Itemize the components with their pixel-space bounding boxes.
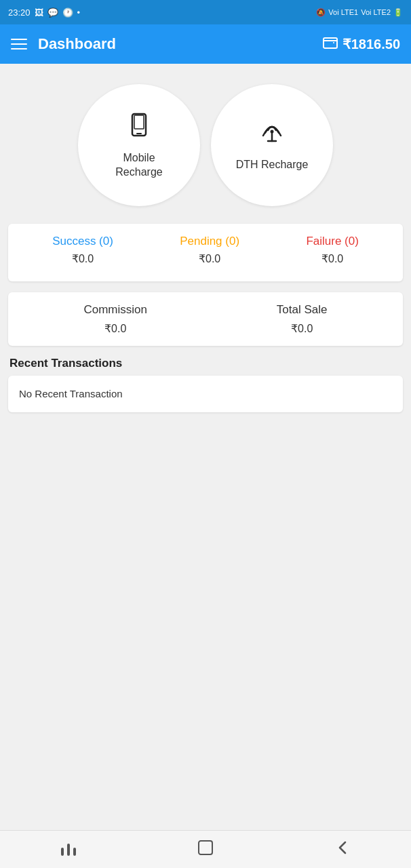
recent-apps-icon [61, 844, 76, 856]
app-bar-title: Dashboard [38, 35, 116, 53]
commission-amount: ₹0.0 [104, 322, 126, 335]
failure-stat: Failure (0) ₹0.0 [306, 235, 358, 265]
app-bar-balance: ₹1816.50 [322, 35, 400, 54]
commission-card: Commission ₹0.0 Total Sale ₹0.0 [8, 292, 403, 346]
pending-label: Pending (0) [180, 235, 239, 248]
commission-label: Commission [83, 303, 147, 317]
app-bar-left: Dashboard [11, 35, 116, 53]
status-bar-left: 23:20 🖼 💬 🕐 • [8, 7, 80, 18]
mobile-recharge-button[interactable]: MobileRecharge [78, 84, 200, 206]
recent-transactions-section: Recent Transactions No Recent Transactio… [8, 357, 403, 412]
svg-rect-7 [199, 841, 212, 854]
status-time: 23:20 [8, 7, 31, 18]
back-icon [333, 838, 352, 861]
failure-amount: ₹0.0 [321, 252, 343, 265]
status-bar-right: 🔕 Voi LTE1 Voi LTE2 🔋 [316, 8, 403, 17]
svg-rect-0 [324, 38, 337, 48]
app-bar: Dashboard ₹1816.50 [0, 24, 411, 64]
dth-recharge-label: DTH Recharge [236, 158, 309, 172]
status-photo-icon: 🖼 [35, 7, 43, 18]
svg-rect-3 [134, 115, 144, 129]
no-transaction-message: No Recent Transaction [19, 388, 123, 399]
success-stat: Success (0) ₹0.0 [52, 235, 113, 265]
failure-label: Failure (0) [306, 235, 358, 248]
back-button[interactable] [326, 836, 359, 863]
pending-stat: Pending (0) ₹0.0 [180, 235, 239, 265]
total-sale-item: Total Sale ₹0.0 [277, 303, 328, 335]
status-signal2-icon: Voi LTE2 [361, 8, 391, 16]
success-amount: ₹0.0 [72, 252, 94, 265]
mobile-phone-icon [125, 111, 153, 144]
wallet-icon [322, 35, 338, 54]
status-dot: • [77, 7, 81, 18]
hamburger-menu[interactable] [11, 39, 27, 50]
commission-item: Commission ₹0.0 [83, 303, 147, 335]
home-button[interactable] [189, 836, 222, 863]
dth-icon [257, 118, 287, 151]
status-signal-icon: Voi LTE1 [328, 8, 358, 16]
recent-transactions-card: No Recent Transaction [8, 376, 403, 412]
pending-amount: ₹0.0 [199, 252, 220, 265]
services-row: MobileRecharge DTH Recharge [8, 77, 403, 213]
status-mute-icon: 🔕 [316, 8, 326, 17]
svg-rect-2 [136, 133, 142, 134]
status-whatsapp-icon: 💬 [47, 7, 58, 18]
bottom-nav [0, 830, 411, 868]
dth-recharge-button[interactable]: DTH Recharge [211, 84, 333, 206]
total-sale-label: Total Sale [277, 303, 328, 317]
status-battery-icon: 🔋 [393, 8, 403, 17]
recent-transactions-title: Recent Transactions [8, 357, 403, 370]
recent-apps-button[interactable] [52, 836, 85, 863]
success-label: Success (0) [52, 235, 113, 248]
stats-row: Success (0) ₹0.0 Pending (0) ₹0.0 Failur… [19, 235, 392, 265]
status-clock-icon: 🕐 [62, 7, 73, 18]
mobile-recharge-label: MobileRecharge [115, 151, 162, 180]
status-bar: 23:20 🖼 💬 🕐 • 🔕 Voi LTE1 Voi LTE2 🔋 [0, 0, 411, 24]
total-sale-amount: ₹0.0 [291, 322, 313, 335]
stats-card: Success (0) ₹0.0 Pending (0) ₹0.0 Failur… [8, 224, 403, 281]
main-content: MobileRecharge DTH Recharge [0, 64, 411, 830]
home-icon [196, 838, 215, 861]
balance-amount: ₹1816.50 [342, 36, 400, 52]
commission-row: Commission ₹0.0 Total Sale ₹0.0 [19, 303, 392, 335]
